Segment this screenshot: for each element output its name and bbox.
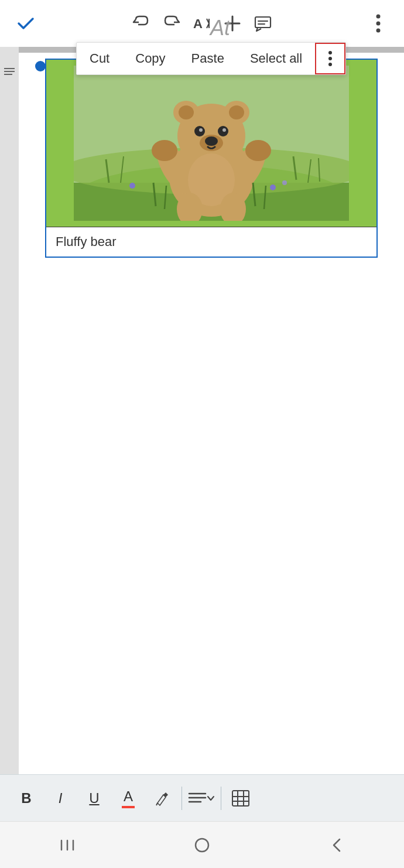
svg-point-6 [376,15,381,19]
svg-point-38 [152,140,177,161]
document-area: Fluffy bear [19,53,404,264]
svg-point-9 [328,51,332,54]
table-button[interactable] [226,784,255,813]
svg-point-49 [282,180,287,185]
image-table: Fluffy bear [45,59,378,258]
align-icon [188,790,207,807]
svg-rect-3 [255,17,271,28]
caption-cell[interactable]: Fluffy bear [46,227,376,257]
comment-button[interactable] [249,9,277,37]
top-toolbar: A At [0,0,404,47]
svg-point-11 [328,63,332,66]
svg-point-32 [199,128,203,132]
underline-button[interactable]: U [80,784,109,813]
left-sidebar [0,47,19,774]
toolbar-divider-2 [221,787,221,810]
undo-button[interactable] [127,9,155,37]
paste-button[interactable]: Paste [179,43,237,74]
svg-point-47 [129,183,135,189]
svg-point-10 [328,57,332,60]
svg-rect-54 [232,791,249,806]
check-button[interactable] [12,9,40,37]
format-group: B I U A [12,784,177,813]
svg-point-8 [376,29,381,33]
home-icon [194,837,210,853]
svg-point-33 [222,128,226,132]
sidebar-align-icon [2,64,16,78]
svg-point-29 [229,105,244,119]
toolbar-divider [182,787,182,810]
font-color-button[interactable]: A [114,784,143,813]
svg-line-50 [156,803,158,805]
back-icon [331,837,342,853]
table-icon [231,790,250,807]
nav-home-button[interactable] [184,828,220,863]
nav-back-button[interactable] [319,828,354,863]
bold-button[interactable]: B [12,784,41,813]
svg-point-62 [196,839,208,852]
underline-icon: U [89,790,99,807]
italic-button[interactable]: I [46,784,75,813]
context-menu-more-button[interactable] [315,43,345,74]
context-menu: Cut Copy Paste Select all [76,42,346,75]
select-all-button[interactable]: Select all [237,43,315,74]
svg-point-39 [245,140,271,161]
image-cell [46,60,376,227]
copy-button[interactable]: Copy [122,43,178,74]
bear-image [74,66,349,221]
selection-handle[interactable] [35,61,46,71]
svg-text:A: A [193,16,203,31]
svg-point-48 [270,184,276,190]
at-watermark: At [210,16,230,40]
align-button[interactable] [187,784,216,813]
redo-button[interactable] [158,9,186,37]
bottom-toolbar: B I U A [0,774,404,821]
content-area: Fluffy bear [0,47,404,774]
menu-icon [59,838,76,852]
svg-point-27 [179,105,194,119]
more-options-button[interactable] [364,9,392,37]
font-color-icon: A [122,788,135,808]
nav-bar [0,821,404,868]
pen-icon [154,790,170,807]
svg-point-7 [376,22,381,26]
cut-button[interactable]: Cut [77,43,122,74]
highlight-button[interactable] [148,784,177,813]
caption-text: Fluffy bear [56,234,117,249]
nav-menu-button[interactable] [50,828,85,863]
align-dropdown-icon [207,795,215,801]
svg-point-35 [205,136,218,146]
